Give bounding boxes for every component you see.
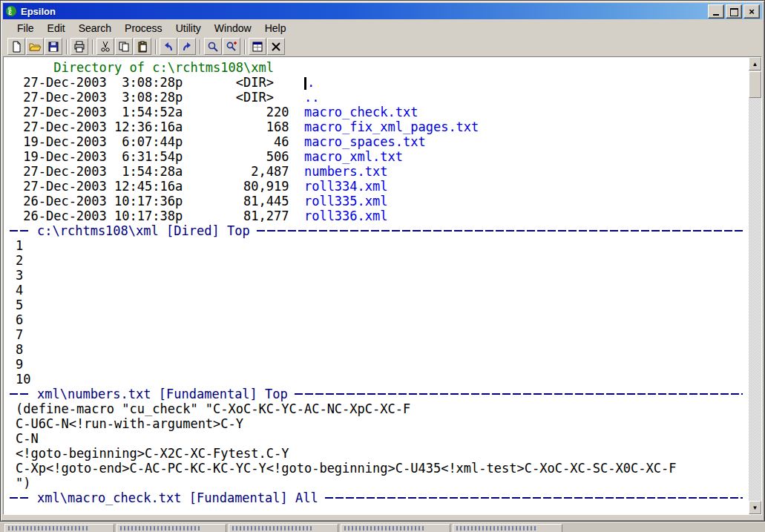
buffer-line[interactable]: C-Xp<!goto-end>C-AC-PC-KC-KC-YC-Y<!goto-… [4, 461, 749, 476]
menu-item-window[interactable]: Window [208, 21, 258, 36]
dired-row[interactable]: 19-Dec-20036:07:44p46 macro_spaces.txt [4, 134, 749, 149]
dired-size: <DIR> [183, 75, 289, 90]
taskbar-button[interactable] [453, 524, 562, 532]
vertical-scrollbar[interactable]: ▲ ▼ [749, 57, 761, 514]
modeline-buffer-name: xml\macro_check.txt [37, 490, 181, 505]
buffer-line[interactable]: 6 [4, 312, 749, 327]
dired-row[interactable]: 27-Dec-20033:08:28p<DIR> . [4, 75, 749, 90]
dired-filename[interactable]: . [307, 75, 315, 90]
new-button[interactable] [7, 38, 25, 55]
menu-item-help[interactable]: Help [258, 21, 293, 36]
cut-button[interactable] [96, 38, 114, 55]
close-buffer-button[interactable] [267, 38, 285, 55]
buffer-line[interactable]: C-N [4, 431, 749, 446]
paste-button[interactable] [134, 38, 151, 55]
toolbar-separator [200, 39, 201, 54]
menu-item-file[interactable]: File [10, 21, 41, 36]
dired-filename[interactable]: .. [304, 90, 319, 105]
dired-filename[interactable]: roll335.xml [304, 194, 388, 208]
taskbar-button[interactable] [116, 524, 226, 532]
print-button[interactable] [70, 38, 88, 55]
copy-button[interactable] [115, 38, 133, 55]
scroll-track[interactable] [749, 70, 761, 501]
modeline-buffer-name: c:\rchtms108\xml [37, 223, 159, 238]
dired-filename[interactable]: roll336.xml [304, 208, 388, 223]
scroll-down-button[interactable]: ▼ [749, 501, 761, 514]
modeline-position: Top [265, 387, 288, 401]
buffer-line[interactable]: 1 [4, 238, 749, 253]
svg-text:ε: ε [8, 7, 13, 16]
dired-filename[interactable]: macro_fix_xml_pages.txt [304, 119, 479, 134]
dired-header: Directory of c:\rchtms108\xml [4, 60, 749, 75]
dired-date: 27-Dec-2003 [16, 75, 107, 90]
buffer-line[interactable]: 4 [4, 283, 749, 298]
buffer-line[interactable]: 7 [4, 327, 749, 342]
buffer-line[interactable]: 2 [4, 253, 749, 268]
redo-button[interactable] [178, 38, 196, 55]
close-button[interactable]: × [743, 4, 760, 19]
buffer-line[interactable]: ") [4, 476, 749, 490]
dired-size: 80,919 [183, 179, 289, 194]
menu-item-search[interactable]: Search [72, 21, 118, 36]
menu-item-process[interactable]: Process [118, 21, 169, 36]
dired-row[interactable]: 19-Dec-20036:31:54p506 macro_xml.txt [4, 149, 749, 164]
dired-time: 6:31:54p [107, 149, 183, 164]
dired-size: 220 [183, 105, 289, 119]
dired-row[interactable]: 26-Dec-200310:17:36p81,445 roll335.xml [4, 194, 749, 208]
clipped-text [232, 526, 314, 531]
dired-filename[interactable]: numbers.txt [304, 164, 388, 179]
dired-row[interactable]: 27-Dec-200312:45:16a80,919 roll334.xml [4, 179, 749, 194]
scroll-up-button[interactable]: ▲ [749, 57, 761, 70]
dired-row[interactable]: 27-Dec-20033:08:28p<DIR> .. [4, 90, 749, 105]
taskbar-button[interactable] [229, 524, 338, 532]
clipped-text [344, 526, 426, 531]
dired-row[interactable]: 27-Dec-200312:36:16a168 macro_fix_xml_pa… [4, 119, 749, 134]
dired-filename[interactable]: macro_check.txt [304, 105, 418, 119]
menu-item-edit[interactable]: Edit [41, 21, 72, 36]
buffer-line[interactable]: 9 [4, 357, 749, 372]
dired-filename[interactable]: macro_spaces.txt [304, 134, 426, 149]
scroll-thumb[interactable] [749, 71, 761, 98]
buffer-line[interactable]: 10 [4, 372, 749, 387]
buffer-line[interactable]: <!goto-beginning>C-X2C-XC-Fytest.C-Y [4, 446, 749, 461]
minimize-button[interactable] [708, 4, 724, 19]
title-bar[interactable]: ε Epsilon × [3, 3, 762, 19]
modeline-text: xml\numbers.txt [Fundamental] Top [37, 387, 288, 401]
dired-time: 10:17:36p [107, 194, 183, 208]
find-replace-button[interactable] [223, 38, 240, 55]
dired-date: 27-Dec-2003 [16, 90, 107, 105]
modeline-dash [10, 393, 30, 395]
save-button[interactable] [45, 38, 62, 55]
find-button[interactable] [204, 38, 222, 55]
dired-filename[interactable]: roll334.xml [304, 179, 388, 194]
modeline-mode: [Dired] [166, 223, 220, 238]
dired-date: 27-Dec-2003 [16, 119, 107, 134]
dired-row[interactable]: 27-Dec-20031:54:28a2,487 numbers.txt [4, 164, 749, 179]
dired-size: 2,487 [183, 164, 289, 179]
dired-time: 12:36:16a [107, 119, 183, 134]
buffer-line[interactable]: C-U6C-N<!run-with-argument>C-Y [4, 416, 749, 431]
menu-item-utility[interactable]: Utility [169, 21, 208, 36]
dired-size: 81,445 [183, 194, 289, 208]
scroll-up-icon: ▲ [752, 61, 758, 68]
toolbar [3, 36, 762, 56]
buffer-line[interactable]: 8 [4, 342, 749, 357]
dired-row[interactable]: 26-Dec-200310:17:38p81,277 roll336.xml [4, 208, 749, 223]
dired-date: 26-Dec-2003 [16, 208, 107, 223]
buffer-line[interactable]: 3 [4, 268, 749, 283]
modeline-text: xml\macro_check.txt [Fundamental] All [37, 490, 318, 505]
dired-filename[interactable]: macro_xml.txt [304, 149, 403, 164]
dired-row[interactable]: 27-Dec-20031:54:52a220 macro_check.txt [4, 105, 749, 119]
undo-button[interactable] [160, 38, 177, 55]
modeline-mode: [Fundamental] [159, 387, 257, 401]
taskbar-button[interactable] [4, 524, 114, 532]
modeline-numbers: xml\numbers.txt [Fundamental] Top [4, 387, 749, 401]
taskbar-button[interactable] [341, 524, 450, 532]
dired-rows: 27-Dec-20033:08:28p<DIR> .27-Dec-20033:0… [4, 75, 749, 223]
buffer-list-button[interactable] [249, 38, 266, 55]
maximize-button[interactable] [726, 4, 742, 19]
text-editor[interactable]: Directory of c:\rchtms108\xml 27-Dec-200… [4, 57, 749, 514]
open-button[interactable] [26, 38, 44, 55]
buffer-line[interactable]: 5 [4, 298, 749, 312]
buffer-line[interactable]: (define-macro "cu_check" "C-XoC-KC-YC-AC… [4, 401, 749, 416]
